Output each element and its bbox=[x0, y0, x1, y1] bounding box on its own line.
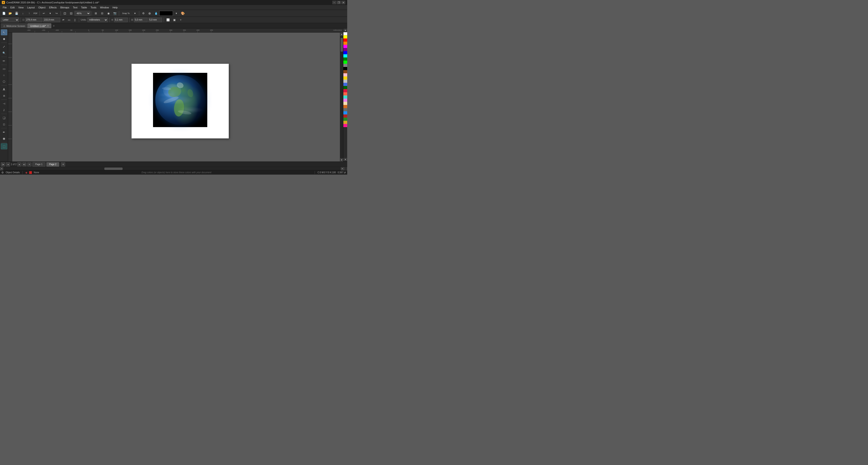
menu-layout[interactable]: Layout bbox=[25, 6, 36, 9]
paper-size-selector[interactable]: Letter bbox=[1, 18, 19, 22]
snap-to-btn[interactable]: Snap To bbox=[120, 11, 131, 16]
color-swatch-black[interactable] bbox=[343, 67, 347, 70]
menu-text[interactable]: Text bbox=[71, 6, 79, 9]
save-button[interactable]: 💾 bbox=[13, 11, 20, 16]
crop-tool[interactable]: ⤢ bbox=[1, 43, 7, 50]
scroll-track[interactable] bbox=[340, 36, 343, 158]
polygon-tool[interactable]: ⬡ bbox=[1, 79, 7, 84]
color-swatch-blue[interactable] bbox=[343, 51, 347, 54]
portrait-btn[interactable]: ▭ bbox=[66, 18, 71, 22]
connector-tool[interactable]: ⤸ bbox=[1, 107, 7, 113]
dimension-tool[interactable]: ⊣ bbox=[1, 100, 7, 107]
page-next-btn[interactable]: ▸ bbox=[18, 163, 22, 167]
h-scroll-left[interactable]: ◂ bbox=[0, 167, 3, 170]
units-selector[interactable]: millimeters bbox=[88, 18, 108, 22]
tab-close-icon[interactable]: ✕ bbox=[47, 25, 49, 27]
page-add-btn2[interactable]: + bbox=[178, 18, 184, 22]
h-scroll-track[interactable] bbox=[3, 167, 341, 170]
view-options2[interactable]: ⊟ bbox=[99, 11, 105, 16]
select-tool[interactable]: ↖ bbox=[1, 29, 7, 35]
color-swatch-red[interactable] bbox=[343, 38, 347, 41]
page-list-btn[interactable]: ≡ bbox=[27, 163, 31, 167]
table-tool[interactable]: ⊞ bbox=[1, 93, 7, 98]
duplicate-v-input[interactable] bbox=[149, 18, 162, 22]
color-swatch-orange[interactable] bbox=[343, 41, 347, 45]
color-swatch-dodgerblue[interactable] bbox=[343, 111, 347, 114]
scroll-up-arrow[interactable]: ▲ bbox=[340, 33, 343, 36]
color-dropdown[interactable]: ▾ bbox=[174, 11, 179, 16]
view-options1[interactable]: ⊞ bbox=[93, 11, 99, 16]
color-swatch-wheat[interactable] bbox=[343, 102, 347, 105]
color-swatch-forestgreen2[interactable] bbox=[343, 118, 347, 121]
close-button[interactable]: ✕ bbox=[341, 1, 345, 4]
undo-button[interactable]: ↩ bbox=[41, 11, 47, 16]
zoom-tool[interactable]: 🔍 bbox=[1, 50, 7, 56]
options-btn[interactable]: ⚙ bbox=[141, 11, 146, 16]
new-button[interactable]: 📄 bbox=[1, 11, 7, 16]
page-width-input[interactable]: 279,4 mm bbox=[25, 18, 42, 22]
menu-help[interactable]: Help bbox=[111, 6, 120, 9]
rectangle-tool[interactable]: ▭ bbox=[1, 66, 7, 72]
color-swatch-goldenrod[interactable] bbox=[343, 121, 347, 124]
color-swatch-tomato[interactable] bbox=[343, 92, 347, 95]
tab-add-button[interactable]: + bbox=[51, 23, 56, 28]
fit-width[interactable]: ⊟ bbox=[68, 11, 74, 16]
eyedropper-tb[interactable]: 💧 bbox=[153, 11, 159, 16]
color-swatch-royalblue[interactable] bbox=[343, 83, 347, 86]
color-swatch-deeppink[interactable] bbox=[343, 124, 347, 127]
interactive-fill[interactable]: ⬚ bbox=[1, 143, 7, 149]
h-scroll-right[interactable]: ▸ bbox=[341, 167, 344, 170]
menu-tools[interactable]: Tools bbox=[89, 6, 98, 9]
color-swatch-pink[interactable] bbox=[343, 73, 347, 77]
color-mgr[interactable]: ⊕ bbox=[147, 11, 153, 16]
zoom-selector[interactable]: 46% 25% 50% 75% 100% bbox=[74, 11, 90, 16]
menu-edit[interactable]: Edit bbox=[8, 6, 17, 9]
palette-scroll-up[interactable]: ▲ bbox=[343, 29, 347, 32]
color-swatch-crimson[interactable] bbox=[343, 89, 347, 92]
page-tab-2[interactable]: Page 2 bbox=[46, 162, 59, 167]
text-tool[interactable]: A bbox=[1, 86, 7, 92]
color-swatch-dimgray[interactable] bbox=[343, 108, 347, 111]
canvas-scroll[interactable] bbox=[16, 37, 343, 162]
color-swatch-forestgreen[interactable] bbox=[343, 86, 347, 89]
color-swatch-violet[interactable] bbox=[343, 98, 347, 102]
freehand-tool[interactable]: ✏ bbox=[1, 58, 7, 64]
export-button[interactable]: ↑ bbox=[26, 11, 32, 16]
menu-effects[interactable]: Effects bbox=[47, 6, 58, 9]
landscape-btn[interactable]: ▯ bbox=[72, 18, 77, 22]
page-last-btn[interactable]: ▸| bbox=[22, 163, 26, 167]
page-prev-btn[interactable]: ◂ bbox=[6, 163, 10, 167]
view-options3[interactable]: ◉ bbox=[105, 11, 112, 16]
page-height-input[interactable]: 215,9 mm bbox=[43, 18, 60, 22]
add-page-btn[interactable]: + bbox=[61, 163, 65, 167]
fill-tool[interactable]: ◉ bbox=[1, 136, 7, 141]
redo-button[interactable]: ↪ bbox=[54, 11, 59, 16]
color-swatch-gray[interactable] bbox=[343, 64, 347, 67]
page-shadow-btn[interactable]: ▣ bbox=[172, 18, 177, 22]
color-swatch-chocolate[interactable] bbox=[343, 105, 347, 108]
color-swatch-magenta[interactable] bbox=[343, 45, 347, 48]
duplicate-h-input[interactable] bbox=[134, 18, 148, 22]
fit-page[interactable]: ⊡ bbox=[62, 11, 68, 16]
menu-bitmaps[interactable]: Bitmaps bbox=[59, 6, 71, 9]
menu-table[interactable]: Table bbox=[79, 6, 89, 9]
color-swatch-green[interactable] bbox=[343, 61, 347, 64]
ellipse-tool[interactable]: ○ bbox=[1, 72, 7, 78]
redo-dropdown[interactable]: ▾ bbox=[47, 11, 53, 16]
color-swatch-white[interactable] bbox=[343, 32, 347, 35]
color-swatch-firebrick[interactable] bbox=[343, 114, 347, 118]
color-swatch-darkgreen[interactable] bbox=[343, 57, 347, 61]
menu-file[interactable]: File bbox=[1, 6, 8, 9]
transparency-tool[interactable]: ◫ bbox=[1, 121, 7, 127]
h-scroll-thumb[interactable] bbox=[104, 168, 123, 170]
maximize-button[interactable]: ❐ bbox=[337, 1, 341, 4]
publish-pdf[interactable]: PDF bbox=[33, 11, 38, 16]
scroll-thumb[interactable] bbox=[341, 38, 343, 52]
tab-document[interactable]: Untitled-1.cdr* ✕ bbox=[28, 23, 51, 28]
effects-tool[interactable]: ❑ bbox=[1, 115, 7, 121]
view-options4[interactable]: 📷 bbox=[112, 11, 118, 16]
nudge-input[interactable] bbox=[114, 18, 128, 22]
color-swatch-turquoise[interactable] bbox=[343, 95, 347, 98]
palette-scroll-down[interactable]: ▼ bbox=[343, 158, 347, 162]
open-button[interactable]: 📂 bbox=[7, 11, 13, 16]
